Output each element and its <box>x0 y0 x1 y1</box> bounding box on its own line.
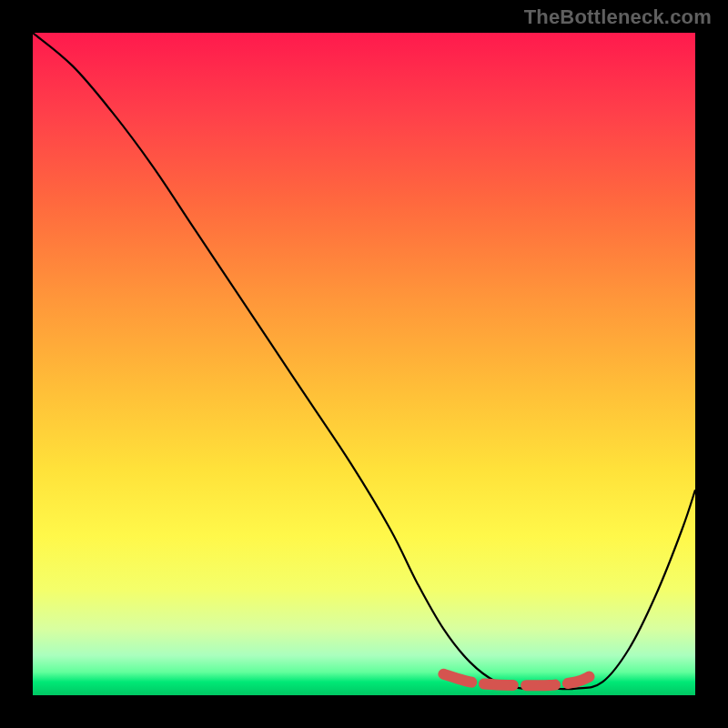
optimal-range-marker <box>443 674 589 686</box>
watermark-text: TheBottleneck.com <box>524 5 712 29</box>
chart-frame: TheBottleneck.com <box>0 0 728 728</box>
bottleneck-curve <box>33 33 695 689</box>
chart-svg <box>33 33 695 695</box>
plot-area <box>33 33 695 695</box>
